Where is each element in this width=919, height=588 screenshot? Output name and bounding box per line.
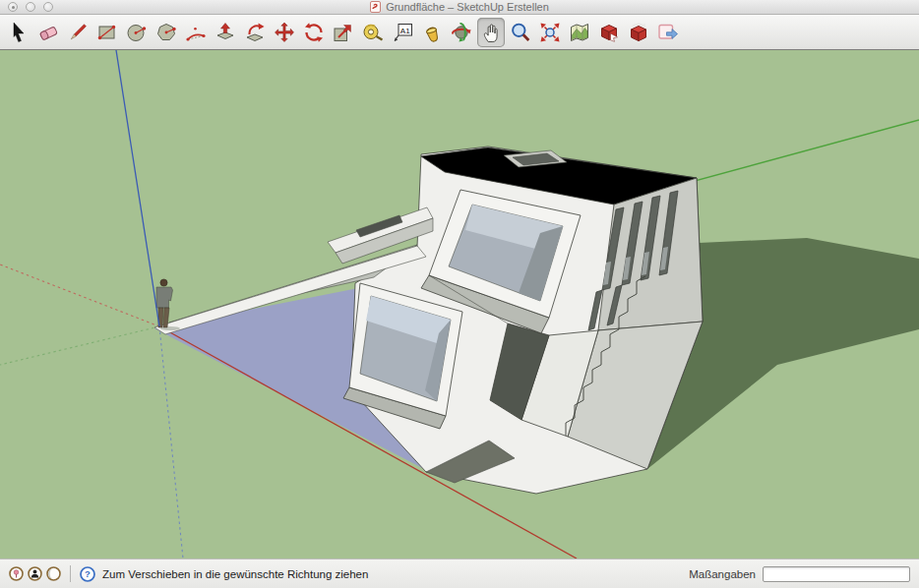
crescent-icon[interactable] (46, 566, 61, 581)
svg-text:A1: A1 (400, 26, 410, 34)
statusbar-icons: ? (9, 565, 95, 582)
measurements-input[interactable] (763, 566, 910, 582)
person-icon[interactable] (28, 566, 42, 581)
window-title-area: Grundfläche – SketchUp Erstellen (370, 0, 549, 15)
svg-text:?: ? (85, 568, 91, 579)
minimize-button[interactable] (26, 2, 35, 12)
follow-me-tool-button[interactable] (241, 18, 269, 47)
polygon-tool-button[interactable] (153, 18, 180, 47)
traffic-lights (8, 2, 53, 12)
statusbar: ? Zum Verschieben in die gewünschte Rich… (0, 559, 919, 588)
scene-canvas[interactable] (0, 50, 919, 559)
push-pull-tool-button[interactable] (212, 18, 239, 47)
measurements-label: Maßangaben (689, 568, 756, 580)
text-tool-button[interactable]: A1 (389, 18, 416, 47)
help-icon[interactable]: ? (80, 566, 95, 582)
titlebar: Grundfläche – SketchUp Erstellen (0, 0, 919, 15)
circle-tool-button[interactable] (123, 18, 151, 47)
statusbar-divider (70, 565, 71, 582)
rectangle-tool-button[interactable] (93, 18, 121, 47)
scale-tool-button[interactable] (330, 18, 357, 47)
zoom-button[interactable] (43, 2, 53, 12)
pan-tool-button[interactable] (477, 18, 505, 47)
measurements-area: Maßangaben (689, 566, 910, 582)
sketchup-window: Grundfläche – SketchUp Erstellen (0, 0, 919, 588)
window-title: Grundfläche – SketchUp Erstellen (386, 0, 549, 15)
zoom-tool-button[interactable] (507, 18, 534, 47)
location-pin-icon[interactable] (9, 566, 24, 581)
select-tool-button[interactable] (5, 18, 32, 47)
document-icon (370, 1, 381, 13)
toolbar: A1 (0, 15, 919, 50)
rotate-tool-button[interactable] (300, 18, 328, 47)
get-models-tool-button[interactable] (595, 18, 623, 47)
add-location-tool-button[interactable] (566, 18, 593, 47)
line-tool-button[interactable] (64, 18, 92, 47)
figure-head (160, 279, 167, 286)
eraser-tool-button[interactable] (34, 18, 62, 47)
zoom-extents-tool-button[interactable] (536, 18, 564, 47)
tape-measure-tool-button[interactable] (359, 18, 387, 47)
share-model-tool-button[interactable] (625, 18, 652, 47)
orbit-tool-button[interactable] (448, 18, 475, 47)
arc-tool-button[interactable] (182, 18, 210, 47)
statusbar-hint: Zum Verschieben in die gewünschte Richtu… (102, 568, 368, 580)
modeling-viewport[interactable] (0, 50, 919, 559)
move-tool-button[interactable] (271, 18, 298, 47)
paint-bucket-tool-button[interactable] (418, 18, 446, 47)
send-to-layout-tool-button[interactable] (654, 18, 682, 47)
close-button[interactable] (8, 2, 18, 12)
